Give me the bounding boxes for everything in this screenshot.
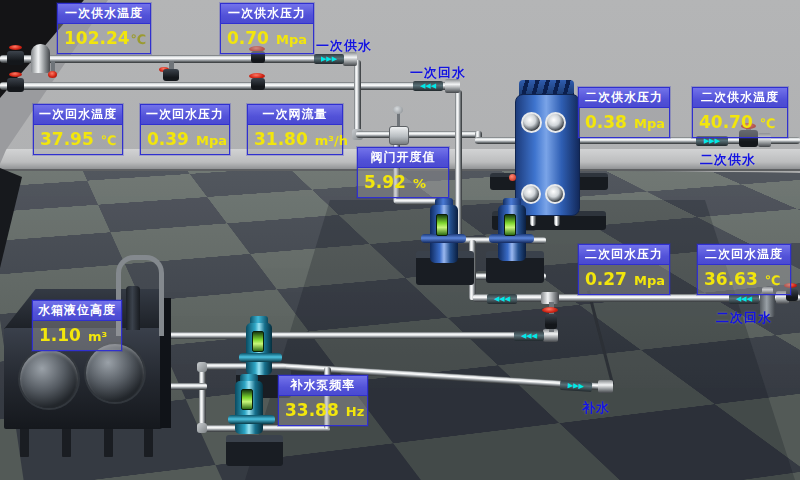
hx-drain-valve: [509, 174, 516, 181]
pipe-label-secondary-supply: 二次供水: [700, 151, 756, 169]
gauge-title: 二次供水压力: [579, 88, 669, 108]
gauge-title: 一次网流量: [248, 105, 342, 125]
pipe-loop-left: [199, 365, 206, 429]
heat-exchanger-port: [545, 184, 565, 204]
drain-valve[interactable]: [48, 71, 57, 78]
tank-gooseneck-pipe: [116, 255, 164, 336]
gauge-value-row: 0.70Mpa: [221, 24, 313, 53]
branch-valve[interactable]: [163, 69, 179, 81]
gauge-secondary-return-pressure: 二次回水压力 0.27Mpa: [578, 244, 670, 295]
gauge-title: 二次供水温度: [693, 88, 787, 108]
flow-arrows-left-icon: ◀◀◀: [487, 294, 517, 304]
valve-handwheel[interactable]: [9, 72, 22, 77]
primary-supply-valve[interactable]: [7, 51, 24, 65]
gauge-unit: m³: [88, 329, 107, 344]
tank-leg: [104, 427, 113, 457]
gauge-title: 一次回水压力: [141, 105, 229, 125]
pump-display-window: [436, 214, 448, 236]
gauge-unit: ℃: [765, 273, 781, 288]
gauge-value: 0.70: [227, 28, 269, 48]
gauge-value-row: 0.27Mpa: [579, 265, 669, 294]
control-valve[interactable]: [389, 126, 409, 145]
pump-flange-wings: [228, 415, 275, 424]
gauge-unit: ℃: [131, 32, 147, 47]
gauge-unit: Mpa: [634, 116, 665, 131]
flow-arrows-left-icon: ◀◀◀: [514, 331, 544, 341]
gauge-secondary-supply-temp: 二次供水温度 40.70℃: [692, 87, 788, 138]
gauge-title: 补水泵频率: [279, 376, 367, 396]
flow-arrows-right-icon: ▶▶▶: [560, 380, 593, 392]
gauge-value: 0.39: [147, 129, 189, 149]
gauge-title: 一次回水温度: [34, 105, 122, 125]
gauge-value: 31.80: [254, 129, 308, 149]
gauge-value-row: 40.70℃: [693, 108, 787, 137]
pipe-primary-return: [0, 82, 448, 90]
gauge-value-row: 1.10m³: [33, 321, 121, 350]
gauge-makeup-pump-frequency: 补水泵频率 33.88Hz: [278, 375, 368, 426]
valve-handwheel[interactable]: [542, 307, 558, 313]
makeup-drop-valve[interactable]: [545, 314, 557, 329]
flow-arrows-left-icon: ◀◀◀: [729, 294, 759, 304]
control-valve-actuator: [393, 106, 403, 114]
gauge-value: 0.27: [585, 269, 627, 289]
heat-exchanger-port: [521, 184, 541, 204]
pipe-label-primary-supply: 一次供水: [316, 37, 372, 55]
pipe-elbow: [197, 423, 207, 433]
heat-exchanger-port: [545, 112, 566, 133]
gauge-title: 二次回水温度: [698, 245, 790, 265]
gauge-title: 水箱液位高度: [33, 301, 121, 321]
gauge-value-row: 0.38Mpa: [579, 108, 669, 137]
pump-base: [226, 435, 283, 466]
pipe-flange: [598, 380, 613, 393]
flow-arrows-right-icon: ▶▶▶: [314, 54, 344, 64]
tank-vent: [126, 286, 140, 330]
pump-display-window: [252, 331, 264, 352]
gauge-title: 一次供水温度: [58, 4, 150, 24]
gauge-primary-supply-temp: 一次供水温度 102.24℃: [57, 3, 151, 54]
gauge-primary-supply-pressure: 一次供水压力 0.70Mpa: [220, 3, 314, 54]
tank-leg: [62, 427, 71, 457]
gauge-primary-network-flow: 一次网流量 31.80m³/h: [247, 104, 343, 155]
gauge-value: 1.10: [39, 325, 81, 345]
heating-station-hmi: ▶▶▶ ◀◀◀ ▶▶▶ ◀◀◀ ◀◀◀ ◀◀◀ ▶▶▶: [0, 0, 800, 480]
tank-leg: [20, 427, 29, 457]
gauge-value: 33.88: [285, 400, 339, 420]
gauge-title: 阀门开度值: [358, 148, 448, 168]
gauge-unit: Hz: [346, 404, 364, 419]
gauge-unit: Mpa: [196, 133, 227, 148]
tank-manhole-cover: [86, 344, 144, 402]
gauge-value: 102.24: [64, 28, 130, 48]
gauge-primary-return-pressure: 一次回水压力 0.39Mpa: [140, 104, 230, 155]
pipe-to-heat-exchanger: [475, 137, 519, 144]
gauge-value-row: 31.80m³/h: [248, 125, 342, 154]
gauge-unit: Mpa: [634, 273, 665, 288]
gauge-value-row: 37.95℃: [34, 125, 122, 154]
return-line-valve[interactable]: [251, 78, 265, 90]
gauge-value: 37.95: [40, 129, 94, 149]
gauge-unit: ℃: [760, 116, 776, 131]
gauge-value-row: 0.39Mpa: [141, 125, 229, 154]
gauge-tank-level: 水箱液位高度 1.10m³: [32, 300, 122, 351]
tank-leg: [144, 427, 153, 457]
primary-return-valve[interactable]: [7, 78, 24, 92]
gauge-value-row: 36.63℃: [698, 265, 790, 294]
gauge-value: 36.63: [704, 269, 758, 289]
air-separator: [31, 44, 50, 73]
gauge-unit: ℃: [101, 133, 117, 148]
gauge-title: 一次供水压力: [221, 4, 313, 24]
pipe-tank-line: [158, 332, 550, 339]
gauge-value: 0.38: [585, 112, 627, 132]
pump-display-window: [241, 389, 253, 410]
gauge-primary-return-temp: 一次回水温度 37.95℃: [33, 104, 123, 155]
control-valve-stem: [397, 112, 400, 127]
pipe-label-secondary-return: 二次回水: [716, 309, 772, 327]
valve-handwheel[interactable]: [9, 45, 22, 50]
gauge-value-row: 33.88Hz: [279, 396, 367, 425]
gauge-unit: m³/h: [315, 133, 348, 148]
pipe-loop-bottom: [200, 425, 330, 432]
tank-manhole-cover: [20, 350, 78, 408]
pipe-label-primary-return: 一次回水: [410, 64, 466, 82]
gauge-unit: %: [413, 176, 426, 191]
gauge-value-row: 5.92%: [358, 168, 448, 197]
gauge-value: 40.70: [699, 112, 753, 132]
